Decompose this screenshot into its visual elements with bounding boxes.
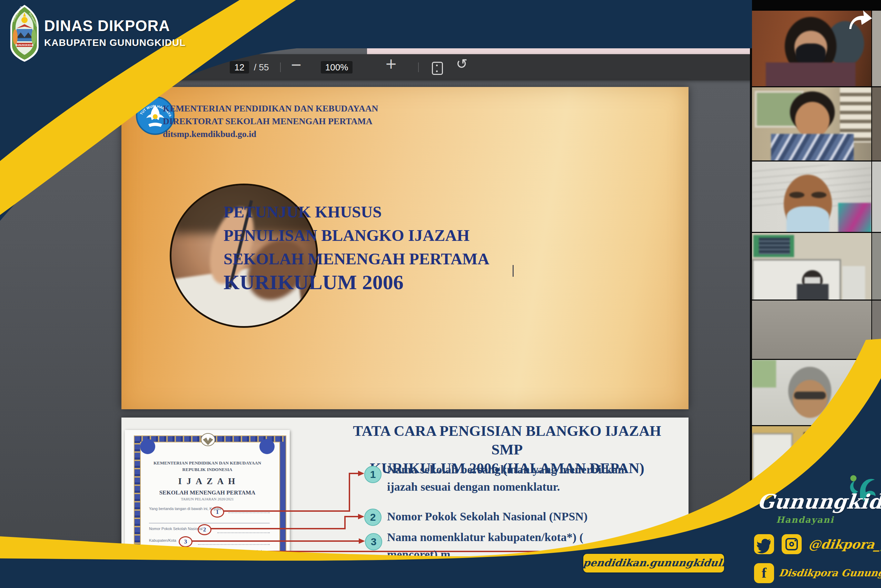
item-1-line-1: Nama sekolah bersangkutan yang menerbitk…: [387, 461, 624, 478]
whiteboard: [752, 433, 793, 484]
org-title: DINAS DIKPORA: [44, 17, 170, 34]
video-strip-top-bar: [752, 0, 881, 10]
website-url: pendidikan.gunungkidulkab.go.id: [582, 554, 775, 572]
slide-title-line-3: SEKOLAH MENENGAH PERTAMA: [223, 247, 489, 270]
crest-banner-text: GUNUNGKIDUL: [15, 44, 34, 46]
org-subtitle: KABUPATEN GUNUNGKIDUL: [44, 37, 186, 48]
item-1-line-2: ijazah sesuai dengan nomenklatur.: [387, 478, 624, 495]
ministry-line-1: KEMENTERIAN PENDIDIKAN DAN KEBUDAYAAN: [163, 102, 378, 115]
item-3-line-2: mencoret) m: [387, 546, 583, 563]
clipped-video-column: [871, 359, 881, 426]
face-mask: [805, 277, 820, 284]
item-1-badge: 1: [364, 466, 382, 483]
page-count-label: / 55: [254, 61, 269, 74]
brand-tagline: Handayani: [776, 515, 834, 525]
slide-ministry-block: KEMENTERIAN PENDIDIKAN DAN KEBUDAYAAN DI…: [163, 102, 378, 141]
participant-video[interactable]: [752, 300, 871, 360]
page-separator: /: [254, 62, 256, 72]
rotate-button[interactable]: ↻: [456, 58, 468, 70]
website-banner: pendidikan.gunungkidulkab.go.id: [582, 553, 725, 573]
participant-body: [797, 284, 829, 300]
participant-eyes: [811, 192, 827, 198]
clipped-video-column: [871, 300, 881, 360]
zoom-level-input[interactable]: 100%: [321, 61, 352, 74]
clipped-video-column: [871, 160, 881, 233]
wall-chart: [759, 238, 790, 254]
item-2-text: Nomor Pokok Sekolah Nasional (NPSN): [387, 508, 587, 525]
batik-shirt: [766, 63, 856, 87]
glasses: [794, 392, 826, 399]
item-3-line-1: Nama nomenklatur kabupaten/kota*) (: [387, 529, 583, 546]
ministry-line-2: DIREKTORAT SEKOLAH MENENGAH PERTAMA: [163, 115, 378, 128]
clipped-video-column: [871, 232, 881, 300]
toolbar-divider: [280, 63, 281, 72]
item-3-text: Nama nomenklatur kabupaten/kota*) ( menc…: [387, 529, 583, 563]
facebook-icon: f: [754, 563, 774, 583]
twitter-icon: [754, 534, 774, 554]
text-cursor: [512, 265, 514, 277]
participant-face: [795, 102, 830, 138]
gunungkidul-crest-logo: GUNUNGKIDUL DHAKSINARGA BHUMIKARTA: [8, 4, 41, 63]
participant-video[interactable]: [752, 86, 871, 162]
facebook-glyph: f: [754, 564, 774, 581]
clipped-video-column: [871, 86, 881, 162]
item-1-text: Nama sekolah bersangkutan yang menerbitk…: [387, 461, 624, 495]
app-window: 12 / 55 − 100% + ↻ TUT WURI HANDAYANI KE…: [0, 0, 881, 588]
item-3-badge: 3: [365, 533, 382, 550]
fit-to-page-button[interactable]: [432, 62, 443, 75]
page-number-input[interactable]: 12: [230, 61, 249, 74]
ministry-line-3: ditsmp.kemdikbud.go.id: [163, 128, 378, 141]
clipped-video-column: [871, 10, 881, 87]
fabric: [838, 203, 871, 233]
instagram-icon: [782, 534, 802, 554]
toolbar-divider: [418, 63, 419, 72]
slide-title-line-1: PETUNJUK KHUSUS: [223, 200, 489, 224]
batik-shirt: [771, 134, 854, 162]
slide-title-line-4: KURIKULUM 2006: [223, 270, 489, 294]
participant-video[interactable]: [752, 232, 871, 300]
window: [752, 360, 776, 387]
face-mask: [796, 44, 826, 65]
page-total: 55: [259, 62, 269, 72]
zoom-in-button[interactable]: +: [385, 58, 397, 70]
social-handle: @dikpora_gk: [808, 537, 881, 551]
zoom-out-button[interactable]: −: [291, 58, 302, 71]
participant-video[interactable]: [752, 160, 871, 233]
facebook-name: Disdikpora Gunungkidul: [778, 567, 881, 579]
item-2-badge: 2: [364, 508, 382, 526]
slide-title-line-2: PENULISAN BLANGKO IJAZAH: [223, 224, 489, 247]
share-arrow-icon[interactable]: [847, 9, 873, 30]
cabinet: [842, 266, 865, 300]
participant-video[interactable]: [752, 359, 871, 426]
brand-name: Gunungkidul: [756, 490, 872, 513]
participant-eyes: [789, 192, 805, 198]
pdf-toolbar: 12 / 55 − 100% + ↻: [0, 54, 752, 80]
face-mask: [787, 206, 829, 233]
slide-title: PETUNJUK KHUSUS PENULISAN BLANGKO IJAZAH…: [223, 200, 489, 294]
browser-window-edge: [367, 48, 752, 54]
